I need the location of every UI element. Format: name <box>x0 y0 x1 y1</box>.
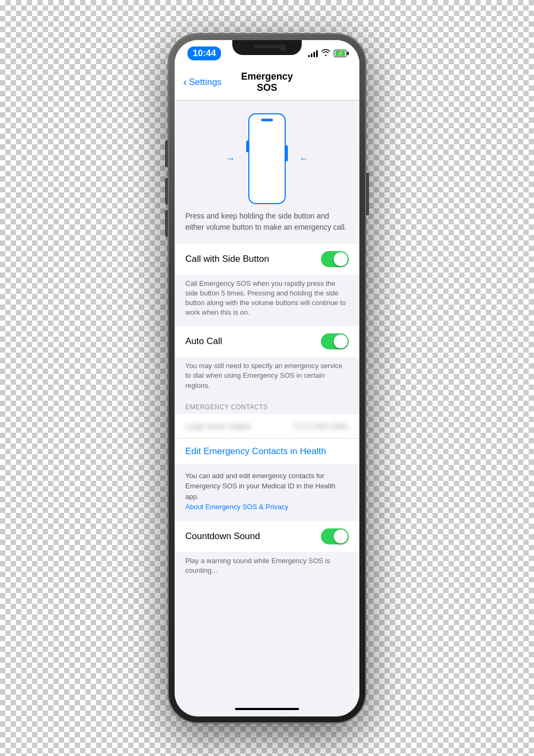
call-side-button-toggle[interactable] <box>321 251 349 267</box>
diagram-description: Press and keep holding the side button a… <box>175 204 359 244</box>
emergency-contacts-section: Leigh Anne Hobbs (717) 555-2681 Edit Eme… <box>175 414 359 464</box>
diagram-volume-button <box>246 141 249 152</box>
contact-phone: (717) 555-2681 <box>294 422 349 431</box>
signal-bar-4 <box>316 50 318 57</box>
back-button[interactable]: ‹ Settings <box>183 77 231 88</box>
signal-bar-3 <box>313 52 315 57</box>
wifi-icon <box>321 49 331 58</box>
toggle-knob <box>334 252 348 266</box>
countdown-sound-section: Countdown Sound <box>175 521 359 552</box>
auto-call-section: Auto Call <box>175 326 359 357</box>
contact-name: Leigh Anne Hobbs <box>185 422 251 431</box>
call-side-button-label: Call with Side Button <box>185 254 269 264</box>
emergency-contacts-description: You can add and edit emergency contacts … <box>175 464 359 521</box>
settings-content[interactable]: → ← Press and keep holding the side butt… <box>175 100 359 702</box>
auto-call-row: Auto Call <box>175 326 359 357</box>
countdown-sound-row: Countdown Sound <box>175 521 359 552</box>
contact-row[interactable]: Leigh Anne Hobbs (717) 555-2681 <box>175 414 359 438</box>
battery-icon: ⚡ <box>334 50 347 57</box>
edit-emergency-contacts-link[interactable]: Edit Emergency Contacts in Health <box>175 438 359 464</box>
battery-charging-icon: ⚡ <box>337 51 343 56</box>
bottom-spacer <box>175 584 359 600</box>
home-indicator <box>175 702 359 716</box>
status-icons: ⚡ <box>308 49 347 58</box>
diagram-notch <box>261 119 273 121</box>
contacts-description-text: You can add and edit emergency contacts … <box>185 472 335 501</box>
phone-screen: 10:44 ⚡ <box>175 40 359 716</box>
auto-call-toggle[interactable] <box>321 333 349 349</box>
home-bar <box>235 708 299 710</box>
navigation-header: ‹ Settings Emergency SOS <box>175 67 359 100</box>
phone-diagram: → ← <box>235 113 299 204</box>
signal-bar-2 <box>311 53 312 57</box>
notch-camera <box>279 44 286 51</box>
page-title: Emergency SOS <box>231 71 303 93</box>
call-side-button-section: Call with Side Button <box>175 244 359 275</box>
back-label: Settings <box>189 77 222 88</box>
call-side-button-description: Call Emergency SOS when you rapidly pres… <box>175 275 359 326</box>
signal-bar-1 <box>308 55 310 57</box>
arrow-left-icon: → <box>225 153 235 164</box>
countdown-sound-label: Countdown Sound <box>185 531 260 542</box>
diagram-phone-body <box>248 113 286 204</box>
countdown-sound-description: Play a warning sound while Emergency SOS… <box>175 552 359 584</box>
countdown-sound-toggle[interactable] <box>321 528 349 544</box>
diagram-side-button <box>285 145 288 161</box>
toggle-knob-countdown <box>334 529 348 543</box>
status-time: 10:44 <box>187 46 221 60</box>
chevron-left-icon: ‹ <box>183 76 187 87</box>
auto-call-label: Auto Call <box>185 336 222 347</box>
diagram-section: → ← <box>175 100 359 204</box>
notch <box>232 40 302 55</box>
status-bar: 10:44 ⚡ <box>175 40 359 67</box>
auto-call-description: You may still need to specify an emergen… <box>175 357 359 399</box>
call-side-button-row: Call with Side Button <box>175 244 359 275</box>
arrow-right-icon: ← <box>299 153 309 164</box>
notch-speaker <box>254 45 280 48</box>
toggle-knob-auto <box>334 334 348 348</box>
signal-icon <box>308 50 318 57</box>
privacy-link[interactable]: About Emergency SOS & Privacy <box>185 503 288 511</box>
emergency-contacts-header: EMERGENCY CONTACTS <box>175 399 359 414</box>
phone-device: 10:44 ⚡ <box>168 34 366 723</box>
